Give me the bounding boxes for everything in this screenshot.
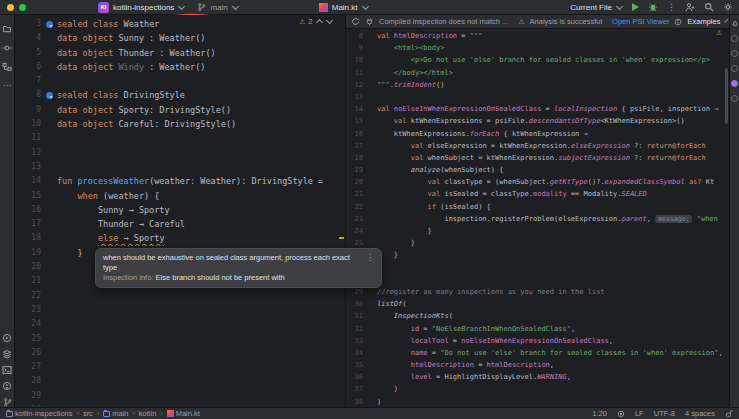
code-line-38[interactable]: 38) [346, 396, 730, 408]
line-number[interactable]: 8 [15, 88, 41, 102]
code-line-30[interactable]: 30listOf( [346, 298, 730, 310]
line-separator-widget[interactable]: LF [635, 409, 644, 418]
line-number[interactable]: 19 [346, 164, 363, 176]
readonly-lock-button[interactable] [725, 409, 733, 418]
editor-scrollbar[interactable] [725, 68, 728, 124]
line-number[interactable]: 37 [346, 383, 363, 395]
code-line-8[interactable]: 8val htmlDescription = """ [346, 30, 730, 42]
line-number[interactable]: 36 [346, 371, 363, 383]
code-line-22[interactable]: 22 if (isSealed) { [346, 201, 730, 213]
code-line-27[interactable]: 27} [346, 262, 730, 274]
code-line-17[interactable]: 17 Thunder → Careful [15, 217, 345, 231]
debug-button[interactable] [648, 2, 658, 12]
open-psi-viewer-link[interactable]: Open PSI Viewer [612, 17, 669, 26]
tooltip-more-button[interactable]: ⋮ [366, 253, 374, 262]
line-number[interactable]: 14 [15, 174, 41, 188]
code-line-27[interactable]: 27 [15, 360, 345, 374]
line-number[interactable]: 5 [15, 46, 41, 60]
code-line-19[interactable]: 19 analyze(whenSubject) { [346, 164, 730, 176]
line-number[interactable]: 20 [346, 176, 363, 188]
line-number[interactable]: 25 [15, 332, 41, 346]
tool-stripe-icon-2[interactable] [731, 50, 738, 57]
code-line-15[interactable]: 15 when (weather) { [15, 189, 345, 203]
code-line-26[interactable]: 26 [15, 346, 345, 360]
file-tab[interactable]: Main.kt [319, 3, 369, 12]
tool-stripe-icon-4[interactable] [731, 80, 738, 87]
line-number[interactable]: 22 [15, 289, 41, 303]
code-line-16[interactable]: 16 ktWhenExpressions.forEach { ktWhenExp… [346, 128, 730, 140]
code-line-14[interactable]: 14fun processWeather(weather: Weather): … [15, 174, 345, 188]
line-number[interactable]: 10 [15, 117, 41, 131]
line-number[interactable]: 34 [346, 347, 363, 359]
line-number[interactable]: 23 [15, 303, 41, 317]
minimize-window-button[interactable] [7, 4, 14, 11]
code-line-34[interactable]: 34 name = "Do not use 'else' branch for … [346, 347, 730, 359]
line-number[interactable]: 3 [15, 17, 41, 31]
tool-stripe-icon-1[interactable] [731, 35, 738, 42]
more-actions-button[interactable]: ⋮ [667, 2, 676, 12]
line-number[interactable]: 7 [15, 74, 41, 88]
line-number[interactable]: 31 [346, 310, 363, 322]
line-number[interactable]: 20 [15, 260, 41, 274]
line-number[interactable]: 29 [15, 389, 41, 403]
line-number[interactable]: 4 [15, 31, 41, 45]
line-number[interactable]: 21 [346, 188, 363, 200]
breadcrumb-project[interactable]: kotlin-inspections [6, 409, 73, 418]
tool-stripe-icon-5[interactable] [731, 95, 738, 102]
commit-tool-button[interactable] [2, 43, 12, 53]
line-number[interactable]: 35 [346, 359, 363, 371]
structure-tool-button[interactable] [2, 62, 12, 72]
code-line-12[interactable]: 12""".trimIndent() [346, 79, 730, 91]
line-number[interactable]: 18 [15, 231, 41, 245]
line-number[interactable]: 17 [346, 140, 363, 152]
vcs-branch-widget[interactable]: main [197, 2, 238, 12]
line-number[interactable]: 14 [346, 103, 363, 115]
code-line-15[interactable]: 15 val ktWhenExpressions = psiFile.desce… [346, 115, 730, 127]
line-number[interactable]: 9 [346, 42, 363, 54]
line-number[interactable]: 12 [346, 79, 363, 91]
code-line-32[interactable]: 32 id = "NoElseBranchInWhenOnSealedClass… [346, 323, 730, 335]
line-number[interactable]: 32 [346, 323, 363, 335]
code-line-13[interactable]: 13 [15, 160, 345, 174]
code-with-me-button[interactable] [685, 2, 695, 12]
sync-button[interactable] [351, 17, 360, 26]
line-number[interactable]: 27 [15, 360, 41, 374]
line-number[interactable]: 24 [346, 225, 363, 237]
line-number[interactable]: 33 [346, 335, 363, 347]
right-code-editor[interactable]: 8val htmlDescription = """9 <html><body>… [346, 29, 730, 408]
line-number[interactable]: 6 [15, 60, 41, 74]
code-line-29[interactable]: 29 [15, 389, 345, 403]
tool-stripe-icon-3[interactable] [731, 65, 738, 72]
code-line-13[interactable]: 13 [346, 91, 730, 103]
line-number[interactable]: 11 [346, 67, 363, 79]
info-icon[interactable] [674, 18, 682, 26]
code-line-10[interactable]: 10 <p>Do not use 'else' branch for seale… [346, 54, 730, 66]
code-line-28[interactable]: 28 [346, 274, 730, 286]
line-number[interactable]: 23 [346, 213, 363, 225]
line-number[interactable]: 15 [15, 189, 41, 203]
code-line-23[interactable]: 23 [15, 303, 345, 317]
line-number[interactable]: 28 [15, 374, 41, 388]
line-number[interactable]: 26 [15, 346, 41, 360]
line-number[interactable]: 10 [346, 54, 363, 66]
notifications-button[interactable] [731, 19, 739, 27]
code-line-7[interactable]: 7 [15, 74, 345, 88]
line-number[interactable]: 12 [15, 146, 41, 160]
code-line-25[interactable]: 25 } [346, 237, 730, 249]
maximize-window-button[interactable] [19, 4, 26, 11]
run-tool-button[interactable] [2, 333, 12, 343]
breadcrumb-file[interactable]: Main.kt [167, 409, 200, 418]
code-line-22[interactable]: 22 [15, 289, 345, 303]
indent-widget[interactable]: 4 spaces [685, 409, 715, 418]
code-line-25[interactable]: 25 [15, 332, 345, 346]
line-number[interactable]: 17 [15, 217, 41, 231]
breadcrumb-src[interactable]: src [83, 409, 93, 418]
inspections-widget[interactable]: ⚠ 2 [299, 17, 333, 26]
terminal-tool-button[interactable] [2, 365, 12, 375]
line-number[interactable]: 9 [15, 103, 41, 117]
code-line-36[interactable]: 36 level = HighlightDisplayLevel.WARNING… [346, 371, 730, 383]
line-number[interactable]: 24 [15, 317, 41, 331]
encoding-widget[interactable]: UTF-8 [654, 409, 675, 418]
search-everywhere-button[interactable] [704, 2, 714, 12]
code-line-20[interactable]: 20 val classType = (whenSubject.getKtTyp… [346, 176, 730, 188]
